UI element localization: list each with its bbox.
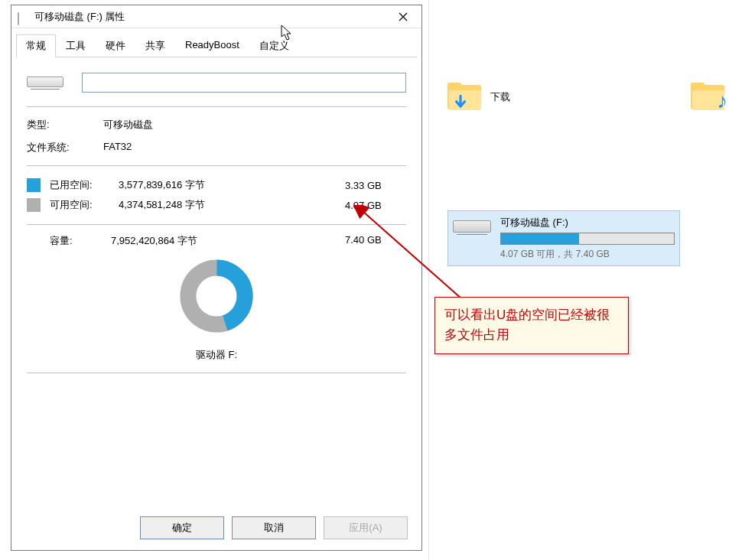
- filesystem-label: 文件系统:: [27, 141, 103, 155]
- cancel-button[interactable]: 取消: [232, 516, 316, 539]
- downloads-label: 下载: [490, 90, 510, 104]
- titlebar[interactable]: 可移动磁盘 (F:) 属性: [11, 5, 421, 28]
- volume-label-input[interactable]: [82, 73, 406, 93]
- tab-content: 类型: 可移动磁盘 文件系统: FAT32 已用空间: 3,577,839,61…: [11, 57, 421, 373]
- free-space-row: 可用空间: 4,374,581,248 字节 4.07 GB: [27, 195, 406, 215]
- music-note-icon: ♪: [717, 89, 727, 113]
- free-label: 可用空间:: [50, 198, 111, 212]
- capacity-bytes: 7,952,420,864 字节: [111, 234, 345, 248]
- drive-letter-label: 驱动器 F:: [27, 340, 406, 373]
- used-space-row: 已用空间: 3,577,839,616 字节 3.33 GB: [27, 175, 406, 195]
- drive-name: 可移动磁盘 (F:): [500, 216, 675, 233]
- removable-drive-item[interactable]: 可移动磁盘 (F:) 4.07 GB 可用，共 7.40 GB: [447, 210, 680, 266]
- tab-readyboost[interactable]: ReadyBoost: [175, 34, 249, 57]
- tab-strip: 常规 工具 硬件 共享 ReadyBoost 自定义: [11, 28, 421, 57]
- tab-customize[interactable]: 自定义: [249, 34, 299, 57]
- tab-general[interactable]: 常规: [16, 34, 56, 57]
- used-bytes: 3,577,839,616 字节: [119, 178, 337, 192]
- type-value: 可移动磁盘: [103, 118, 406, 132]
- tab-sharing[interactable]: 共享: [135, 34, 175, 57]
- window-title: 可移动磁盘 (F:) 属性: [34, 10, 386, 24]
- used-label: 已用空间:: [50, 178, 111, 192]
- type-label: 类型:: [27, 118, 103, 132]
- free-swatch-icon: [27, 198, 41, 212]
- capacity-bar: [500, 233, 675, 245]
- ok-button[interactable]: 确定: [140, 516, 224, 539]
- downloads-folder[interactable]: 下载: [447, 83, 510, 112]
- drive-icon-large: [27, 77, 63, 90]
- callout-text: 可以看出U盘的空间已经被很多文件占用: [444, 308, 610, 342]
- folder-icon: ♪: [691, 83, 724, 112]
- folder-icon: [447, 83, 481, 112]
- capacity-label: 容量:: [27, 234, 111, 248]
- properties-dialog: 可移动磁盘 (F:) 属性 常规 工具 硬件 共享 ReadyBoost 自定义…: [11, 5, 422, 551]
- free-gb: 4.07 GB: [345, 200, 406, 211]
- capacity-gb: 7.40 GB: [345, 234, 406, 248]
- capacity-fill: [501, 233, 579, 244]
- drive-icon: [453, 216, 491, 261]
- close-button[interactable]: [386, 6, 420, 28]
- apply-button: 应用(A): [324, 516, 408, 539]
- filesystem-value: FAT32: [103, 141, 406, 155]
- tab-tools[interactable]: 工具: [56, 34, 96, 57]
- used-gb: 3.33 GB: [345, 180, 406, 191]
- music-folder[interactable]: ♪: [691, 83, 724, 112]
- explorer-pane: 下载 ♪ 可移动磁盘 (F:) 4.07 GB 可用，共 7.40 GB: [428, 0, 729, 560]
- used-swatch-icon: [27, 178, 41, 192]
- capacity-text: 4.07 GB 可用，共 7.40 GB: [500, 245, 675, 261]
- usage-donut-chart: [179, 259, 254, 334]
- annotation-callout: 可以看出U盘的空间已经被很多文件占用: [434, 297, 629, 354]
- tab-hardware[interactable]: 硬件: [96, 34, 135, 57]
- drive-icon: [18, 13, 30, 21]
- free-bytes: 4,374,581,248 字节: [119, 198, 337, 212]
